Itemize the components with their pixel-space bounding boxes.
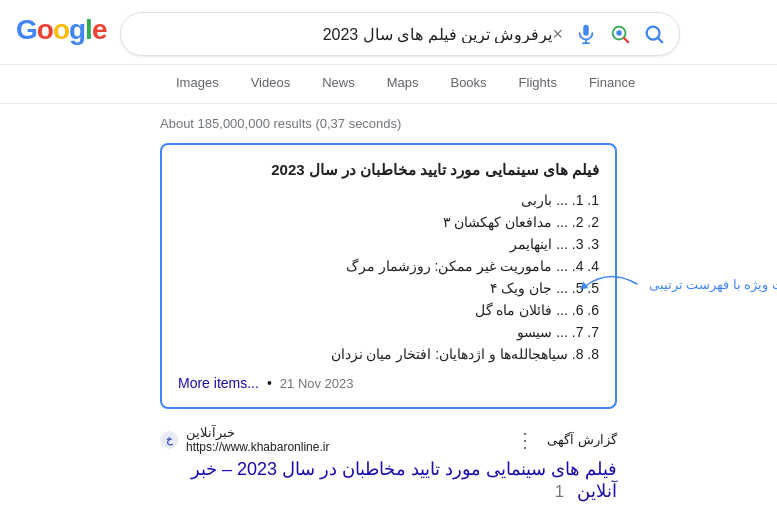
svg-point-4 [616,30,622,35]
tab-maps[interactable]: Maps [371,65,435,103]
search-input[interactable] [135,25,552,43]
results-area: About 185,000,000 results (0,37 seconds)… [0,104,777,514]
search-bar: × [120,12,680,56]
curved-arrow-icon [569,264,649,304]
tab-news[interactable]: News [306,65,371,103]
svg-rect-0 [583,25,589,36]
snippet-list-item: 6. ... فائلان ماه گل [178,299,599,321]
snippet-list-item: 4. ... ماموریت غیر ممکن: روزشمار مرگ [178,255,599,277]
google-logo[interactable]: Google [16,14,108,54]
svg-line-5 [624,38,628,42]
tab-books[interactable]: Books [434,65,502,103]
report-label: گزارش آگهی [547,432,617,447]
snippet-list-item: 2. ... مدافعان کهکشان ۳ [178,211,599,233]
search-submit-icon[interactable] [643,23,665,45]
result-title[interactable]: فیلم های سینمایی مورد تایید مخاطبان در س… [160,458,617,502]
result-number: 1 [555,483,564,500]
snippet-container: فیلم های سینمایی مورد تایید مخاطبان در س… [160,143,617,409]
snippet-bullet: • [267,375,272,391]
snippet-footer: More items... • 21 Nov 2023 [178,375,599,391]
snippet-list-item: 3. ... اینهایمر [178,233,599,255]
snippet-list-item: 8. سیاهجالله‌ها و اژدهایان: افتخار میان … [178,343,599,365]
mic-icon[interactable] [575,23,597,45]
annotation-label: اسنیپت ویژه با فهرست ترتیبی [649,277,777,292]
snippet-list-item: 5. ... جان ویک ۴ [178,277,599,299]
svg-line-7 [658,38,662,42]
snippet-title: فیلم های سینمایی مورد تایید مخاطبان در س… [178,161,599,179]
results-stats: About 185,000,000 results (0,37 seconds) [160,116,617,131]
featured-snippet: فیلم های سینمایی مورد تایید مخاطبان در س… [160,143,617,409]
tab-images[interactable]: Images [160,65,235,103]
sitelink-annotation: اسنیپت ویژه با فهرست ترتیبی [569,264,777,304]
tab-flights[interactable]: Flights [503,65,573,103]
result-meta: گزارش آگهی ⋮ [515,428,617,452]
result-source: خ خبرآنلاین https://www.khabaronline.ir … [160,425,617,454]
lens-icon[interactable] [609,23,631,45]
tab-videos[interactable]: Videos [235,65,307,103]
result-favicon: خ [160,431,178,449]
snippet-list-item: 7. ... سیسو [178,321,599,343]
result-site-name: خبرآنلاین [186,425,329,440]
tab-finance[interactable]: Finance [573,65,651,103]
snippet-date: 21 Nov 2023 [280,376,354,391]
regular-result: خ خبرآنلاین https://www.khabaronline.ir … [160,425,617,502]
result-site-info: خبرآنلاین https://www.khabaronline.ir [186,425,329,454]
result-url: https://www.khabaronline.ir [186,440,329,454]
snippet-list-item: 1. ... باربی [178,189,599,211]
clear-button[interactable]: × [552,25,563,43]
header: Google × [0,0,777,65]
nav-tabs: Images Videos News Maps Books Flights Fi… [0,65,777,104]
more-items-link[interactable]: More items... [178,375,259,391]
snippet-list: 1. ... باربی2. ... مدافعان کهکشان ۳3. ..… [178,189,599,365]
search-icons [575,23,665,45]
result-menu[interactable]: ⋮ [515,428,535,452]
